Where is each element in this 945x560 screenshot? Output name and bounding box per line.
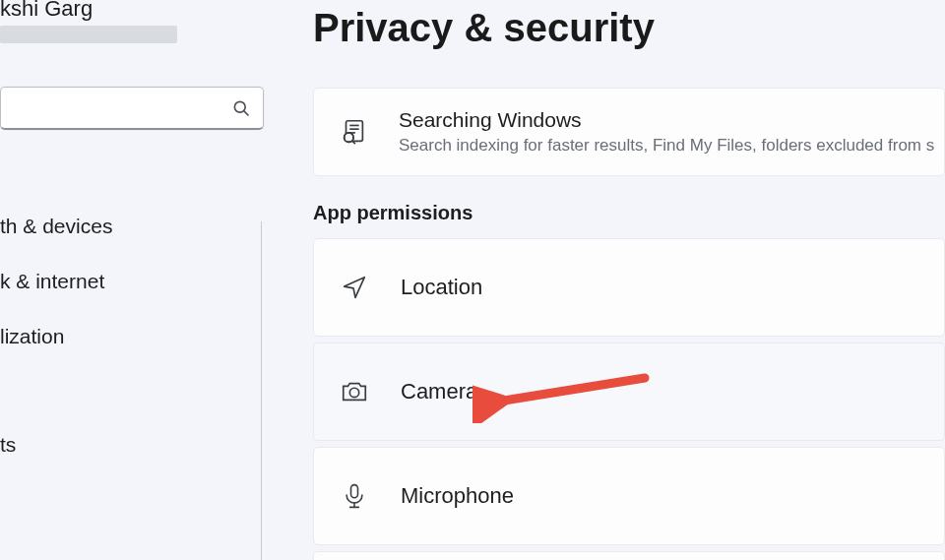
sidebar-item-bluetooth-devices[interactable]: th & devices <box>0 199 260 254</box>
permission-microphone-label: Microphone <box>401 483 514 509</box>
user-email-redacted <box>0 26 177 43</box>
microphone-icon <box>338 479 371 513</box>
sidebar-divider <box>261 221 262 560</box>
svg-point-10 <box>349 388 358 397</box>
section-app-permissions: App permissions <box>313 202 945 224</box>
user-name: kshi Garg <box>0 0 274 22</box>
svg-line-1 <box>244 110 249 115</box>
sidebar-item-accounts[interactable]: ts <box>0 417 260 472</box>
sidebar-item-personalization[interactable]: lization <box>0 309 260 364</box>
page-title: Privacy & security <box>313 6 945 50</box>
main-content: Privacy & security Searching Windows <box>274 0 945 560</box>
permission-location[interactable]: Location <box>313 238 945 337</box>
search-doc-icon <box>338 116 369 148</box>
searching-windows-title: Searching Windows <box>399 108 934 132</box>
sidebar: kshi Garg th & devices k & internet liza… <box>0 0 274 560</box>
svg-rect-11 <box>351 485 358 498</box>
sidebar-nav: th & devices k & internet lization ts <box>0 199 274 472</box>
sidebar-item-network-internet[interactable]: k & internet <box>0 254 260 309</box>
permission-next-partial[interactable] <box>313 551 945 560</box>
permission-camera-label: Camera <box>401 379 477 404</box>
permission-camera[interactable]: Camera <box>313 342 945 441</box>
search-icon <box>231 98 251 118</box>
location-icon <box>338 271 371 304</box>
camera-icon <box>338 375 371 408</box>
user-block: kshi Garg <box>0 0 274 43</box>
svg-marker-9 <box>345 278 365 298</box>
permission-microphone[interactable]: Microphone <box>313 447 945 545</box>
searching-windows-desc: Search indexing for faster results, Find… <box>399 136 934 156</box>
search-input[interactable] <box>0 87 264 130</box>
permission-location-label: Location <box>401 275 482 300</box>
searching-windows-card[interactable]: Searching Windows Search indexing for fa… <box>313 88 945 176</box>
svg-point-0 <box>234 101 245 112</box>
